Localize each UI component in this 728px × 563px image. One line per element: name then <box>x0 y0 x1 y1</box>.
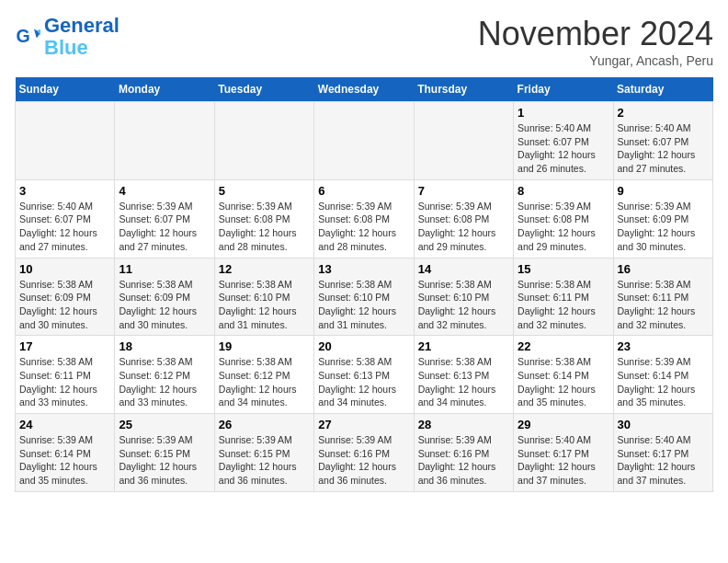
day-info: Sunrise: 5:39 AMSunset: 6:08 PMDaylight:… <box>518 200 609 254</box>
day-info: Sunrise: 5:39 AMSunset: 6:16 PMDaylight:… <box>318 433 409 488</box>
day-info: Sunrise: 5:39 AMSunset: 6:14 PMDaylight:… <box>618 355 709 409</box>
calendar-week-row: 10Sunrise: 5:38 AMSunset: 6:09 PMDayligh… <box>16 258 713 336</box>
calendar-cell <box>115 102 214 180</box>
day-number: 25 <box>119 418 210 431</box>
calendar-cell: 23Sunrise: 5:39 AMSunset: 6:14 PMDayligh… <box>613 336 712 414</box>
day-number: 8 <box>518 184 609 198</box>
calendar-table: SundayMondayTuesdayWednesdayThursdayFrid… <box>15 77 713 492</box>
day-number: 16 <box>618 262 709 276</box>
day-info: Sunrise: 5:40 AMSunset: 6:07 PMDaylight:… <box>19 200 110 254</box>
calendar-cell <box>16 102 115 180</box>
calendar-cell: 30Sunrise: 5:40 AMSunset: 6:17 PMDayligh… <box>613 414 712 492</box>
day-info: Sunrise: 5:39 AMSunset: 6:15 PMDaylight:… <box>219 433 310 488</box>
day-info: Sunrise: 5:38 AMSunset: 6:11 PMDaylight:… <box>518 278 609 332</box>
calendar-header-row: SundayMondayTuesdayWednesdayThursdayFrid… <box>16 77 713 102</box>
day-number: 4 <box>119 184 210 198</box>
day-number: 30 <box>618 418 709 431</box>
day-number: 1 <box>518 106 609 120</box>
day-info: Sunrise: 5:38 AMSunset: 6:10 PMDaylight:… <box>318 278 409 332</box>
day-number: 12 <box>219 262 310 276</box>
day-info: Sunrise: 5:38 AMSunset: 6:09 PMDaylight:… <box>119 278 210 332</box>
calendar-cell: 11Sunrise: 5:38 AMSunset: 6:09 PMDayligh… <box>115 258 214 336</box>
header-monday: Monday <box>115 77 214 102</box>
day-number: 6 <box>318 184 409 198</box>
day-number: 18 <box>119 339 210 353</box>
day-number: 14 <box>418 262 509 276</box>
day-info: Sunrise: 5:39 AMSunset: 6:07 PMDaylight:… <box>119 200 210 254</box>
calendar-cell: 16Sunrise: 5:38 AMSunset: 6:11 PMDayligh… <box>613 258 712 336</box>
calendar-cell <box>314 102 414 180</box>
day-number: 24 <box>19 418 110 431</box>
day-number: 29 <box>518 418 609 431</box>
calendar-cell: 4Sunrise: 5:39 AMSunset: 6:07 PMDaylight… <box>115 179 214 258</box>
header-wednesday: Wednesday <box>314 77 414 102</box>
day-number: 3 <box>19 184 110 198</box>
location: Yungar, Ancash, Peru <box>478 53 713 68</box>
day-info: Sunrise: 5:40 AMSunset: 6:07 PMDaylight:… <box>618 121 709 176</box>
header-thursday: Thursday <box>414 77 513 102</box>
day-number: 27 <box>318 418 409 431</box>
day-number: 17 <box>19 339 110 353</box>
day-info: Sunrise: 5:39 AMSunset: 6:08 PMDaylight:… <box>219 200 310 254</box>
day-info: Sunrise: 5:39 AMSunset: 6:14 PMDaylight:… <box>19 433 110 488</box>
day-info: Sunrise: 5:38 AMSunset: 6:09 PMDaylight:… <box>19 278 110 332</box>
header-friday: Friday <box>514 77 613 102</box>
day-number: 22 <box>518 339 609 353</box>
day-info: Sunrise: 5:38 AMSunset: 6:13 PMDaylight:… <box>418 355 509 409</box>
calendar-cell: 2Sunrise: 5:40 AMSunset: 6:07 PMDaylight… <box>613 102 712 180</box>
calendar-week-row: 3Sunrise: 5:40 AMSunset: 6:07 PMDaylight… <box>16 179 713 258</box>
day-info: Sunrise: 5:39 AMSunset: 6:08 PMDaylight:… <box>318 200 409 254</box>
calendar-week-row: 17Sunrise: 5:38 AMSunset: 6:11 PMDayligh… <box>16 336 713 414</box>
calendar-cell: 19Sunrise: 5:38 AMSunset: 6:12 PMDayligh… <box>214 336 313 414</box>
title-block: November 2024 Yungar, Ancash, Peru <box>478 15 713 68</box>
calendar-cell: 28Sunrise: 5:39 AMSunset: 6:16 PMDayligh… <box>414 414 513 492</box>
day-number: 21 <box>418 339 509 353</box>
calendar-cell: 1Sunrise: 5:40 AMSunset: 6:07 PMDaylight… <box>514 102 613 180</box>
calendar-cell: 13Sunrise: 5:38 AMSunset: 6:10 PMDayligh… <box>314 258 414 336</box>
calendar-cell: 24Sunrise: 5:39 AMSunset: 6:14 PMDayligh… <box>16 414 115 492</box>
calendar-cell: 17Sunrise: 5:38 AMSunset: 6:11 PMDayligh… <box>16 336 115 414</box>
calendar-cell: 12Sunrise: 5:38 AMSunset: 6:10 PMDayligh… <box>214 258 313 336</box>
day-info: Sunrise: 5:38 AMSunset: 6:12 PMDaylight:… <box>219 355 310 409</box>
day-info: Sunrise: 5:38 AMSunset: 6:10 PMDaylight:… <box>418 278 509 332</box>
day-info: Sunrise: 5:38 AMSunset: 6:13 PMDaylight:… <box>318 355 409 409</box>
day-number: 23 <box>618 339 709 353</box>
calendar-cell: 6Sunrise: 5:39 AMSunset: 6:08 PMDaylight… <box>314 179 414 258</box>
calendar-cell: 8Sunrise: 5:39 AMSunset: 6:08 PMDaylight… <box>514 179 613 258</box>
day-info: Sunrise: 5:40 AMSunset: 6:17 PMDaylight:… <box>618 433 709 488</box>
calendar-cell: 22Sunrise: 5:38 AMSunset: 6:14 PMDayligh… <box>514 336 613 414</box>
calendar-cell: 25Sunrise: 5:39 AMSunset: 6:15 PMDayligh… <box>115 414 214 492</box>
day-number: 26 <box>219 418 310 431</box>
day-number: 7 <box>418 184 509 198</box>
day-number: 13 <box>318 262 409 276</box>
day-info: Sunrise: 5:40 AMSunset: 6:07 PMDaylight:… <box>518 121 609 176</box>
day-info: Sunrise: 5:38 AMSunset: 6:11 PMDaylight:… <box>618 278 709 332</box>
calendar-cell: 14Sunrise: 5:38 AMSunset: 6:10 PMDayligh… <box>414 258 513 336</box>
calendar-cell: 29Sunrise: 5:40 AMSunset: 6:17 PMDayligh… <box>514 414 613 492</box>
page-header: G GeneralBlue November 2024 Yungar, Anca… <box>15 15 713 68</box>
day-info: Sunrise: 5:39 AMSunset: 6:09 PMDaylight:… <box>618 200 709 254</box>
day-info: Sunrise: 5:39 AMSunset: 6:16 PMDaylight:… <box>418 433 509 488</box>
header-saturday: Saturday <box>613 77 712 102</box>
calendar-cell: 5Sunrise: 5:39 AMSunset: 6:08 PMDaylight… <box>214 179 313 258</box>
calendar-week-row: 1Sunrise: 5:40 AMSunset: 6:07 PMDaylight… <box>16 102 713 180</box>
day-number: 15 <box>518 262 609 276</box>
day-info: Sunrise: 5:38 AMSunset: 6:11 PMDaylight:… <box>19 355 110 409</box>
calendar-cell <box>414 102 513 180</box>
day-number: 2 <box>618 106 709 120</box>
day-info: Sunrise: 5:38 AMSunset: 6:10 PMDaylight:… <box>219 278 310 332</box>
calendar-cell: 27Sunrise: 5:39 AMSunset: 6:16 PMDayligh… <box>314 414 414 492</box>
month-title: November 2024 <box>478 15 713 53</box>
header-tuesday: Tuesday <box>214 77 313 102</box>
calendar-cell: 10Sunrise: 5:38 AMSunset: 6:09 PMDayligh… <box>16 258 115 336</box>
calendar-cell: 26Sunrise: 5:39 AMSunset: 6:15 PMDayligh… <box>214 414 313 492</box>
day-info: Sunrise: 5:38 AMSunset: 6:14 PMDaylight:… <box>518 355 609 409</box>
day-number: 11 <box>119 262 210 276</box>
calendar-cell: 7Sunrise: 5:39 AMSunset: 6:08 PMDaylight… <box>414 179 513 258</box>
svg-text:G: G <box>16 26 29 46</box>
day-info: Sunrise: 5:39 AMSunset: 6:08 PMDaylight:… <box>418 200 509 254</box>
logo-icon: G <box>15 24 40 50</box>
day-number: 20 <box>318 339 409 353</box>
day-info: Sunrise: 5:38 AMSunset: 6:12 PMDaylight:… <box>119 355 210 409</box>
day-info: Sunrise: 5:40 AMSunset: 6:17 PMDaylight:… <box>518 433 609 488</box>
